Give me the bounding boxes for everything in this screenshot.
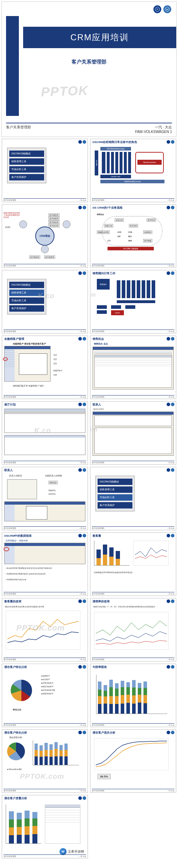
slide-role-diagram: DSCRM在经销商日常业务中的角色 DSCRM外部(Develop) DSCRM… <box>89 138 177 203</box>
slide-rate-stacked: 句部率图表 客户关系管理部一汽·大众 <box>89 663 177 728</box>
menu-item: 销售管理工具 <box>9 158 44 165</box>
slide-contact-1: 联系人 电话点击呼出 om 客户关系管理部一汽·大众 <box>89 400 177 466</box>
cover-footer: 客户关系管理部 一汽 · 大众 FAW-VOLKSWAGEN 1 <box>6 123 172 134</box>
svg-rect-4 <box>94 612 169 650</box>
slide-sales-opportunity: 销售机会 销售机会· 总点 客户关系管理部一汽·大众 <box>89 335 177 400</box>
slide-daily-work: 销售顾问日常工作 销售漏斗 SSS/ET om 客户关系管理部一汽·大众 <box>89 269 177 335</box>
menu-item: DSCRM功能概述 <box>9 150 44 157</box>
attribution-logo: W <box>59 848 67 855</box>
brand-logos <box>153 5 171 13</box>
attribution-text: 文希手游网 <box>68 849 84 854</box>
svg-rect-3 <box>6 611 80 650</box>
slide-showroom-plan: 展厅计划 K.co 客户关系管理部一汽·大众 <box>1 400 89 466</box>
footer-right: 一汽 · 大众 FAW-VOLKSWAGEN 1 <box>135 125 172 134</box>
slide-menu-1: DSCRM功能概述 销售管理工具 市场分析工具 客户关系维护 客户关系管理部一汽… <box>1 138 89 203</box>
cover-title-band: CRM应用培训 <box>23 27 176 48</box>
slide-volume-use: 集客量的使用 通过对比集客量与成交量之间的变化幅度分析结果 PPTOK.com … <box>1 597 89 663</box>
slide-rate-use: 潜档率的使用 根据行业标准值（7、14、21）天转化率分析销售顾问的绑定能力以及… <box>89 597 177 663</box>
svg-rect-2 <box>133 541 169 566</box>
slide-quality-analysis: 潜在客户质量分析 W 文希手游网 客户关系管理部一汽·大众 <box>1 794 89 859</box>
slide-7-processes: DS CRM的7个业务流程 销售机会 决策分析 销售计划 客户关怀 客户对话 A… <box>89 203 177 269</box>
menu-item: 市场分析工具 <box>9 166 44 173</box>
cover-slide: CRM应用培训 客户关系管理部 PPTOK 客户关系管理部 一汽 · 大众 FA… <box>1 1 177 137</box>
slide-loss-analysis: 潜在客户流失分析 36.5% 客户关系管理部一汽·大众 <box>89 728 177 794</box>
slide-contact-2: 联系人 联系人的附表 功能联系人的种类 基础信息 客服类别 司机类别 客户关系管… <box>1 466 89 531</box>
slide-title: DSCRM在经销商日常业务中的角色 <box>93 140 137 144</box>
slide-menu-3: DSCRM功能概述 销售管理工具 市场分析工具 客户关系维护 客户关系管理部一汽… <box>89 466 177 531</box>
cover-title: CRM应用培训 <box>70 32 129 43</box>
crm-circle: CRM系统 <box>35 226 54 246</box>
cover-side-bar <box>6 16 19 116</box>
footer-left: 客户关系管理部 <box>6 125 31 134</box>
watermark: PPTOK <box>41 83 89 100</box>
slide-volume-chart: 集客量 经销商通过DSCRM系统形成规范的潜客管理过程 客户关系管理部一汽·大众 <box>89 531 177 597</box>
menu-box: DSCRM功能概述 销售管理工具 市场分析工具 客户关系维护 <box>7 148 46 183</box>
slide-crm-circle: 新版CRM系统实现员工培训及经销商活动的支持 CRM系统 客户满意率 客户保有率… <box>1 203 89 269</box>
slide-conversion-pie: 潜在客户转化分析 ■ 战败客户 ■ 成功客户 ■ 潜客无效客户 ■ 绑定无效客户… <box>1 663 89 728</box>
slide-group-report: DSCRM中的集团报表 "总经理建议"→销售分析 • 每日的潜在客户数量跟进/按… <box>1 531 89 597</box>
slide-menu-2: DSCRM功能概述 销售管理工具 市场分析工具 客户关系维护 K.co 客户关系… <box>1 269 89 335</box>
slide-conversion-2: 潜在客户转化分析 现有潜客分析 ■ H级 ■ A级 ■ B级 PPTOK.com… <box>1 728 89 794</box>
faw-logo <box>153 5 161 13</box>
menu-item: 客户关系维护 <box>9 174 44 181</box>
cover-subtitle: 客户关系管理部 <box>2 59 176 65</box>
vw-logo <box>163 5 171 13</box>
slide-grid: DSCRM功能概述 销售管理工具 市场分析工具 客户关系维护 客户关系管理部一汽… <box>0 137 178 860</box>
slide-unfiled-customer: 未建档客户管理 未建档客户·潜在客户跟进·购车客户 信息 信息 信息 新建潜客户… <box>1 335 89 400</box>
